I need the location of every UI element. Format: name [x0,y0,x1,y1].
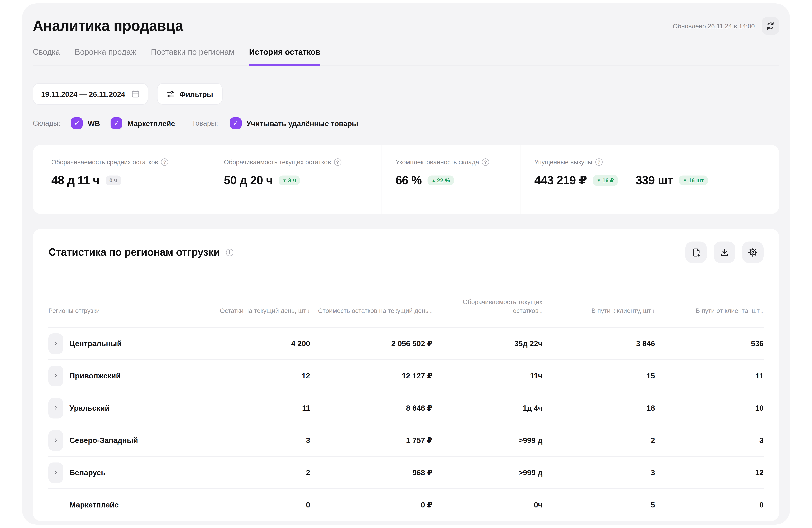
regions-table-card: Статистика по регионам отгрузки i [33,229,779,521]
filters-button-label: Фильтры [179,90,213,98]
help-icon[interactable]: ? [161,158,169,166]
kpi-warehouse-completeness: Укомплектованность склада ? 66 % ▲ 22 % [381,145,520,214]
sliders-icon [166,90,174,98]
checkbox-checked-icon: ✓ [230,117,242,129]
updated-info: Обновлено 26.11.24 в 14:00 [673,17,779,35]
turnover-cell: 11ч [432,371,542,380]
help-icon[interactable]: ? [482,158,489,166]
tab-voronka-prodazh[interactable]: Воронка продаж [75,46,136,65]
checkbox-include-deleted-goods[interactable]: ✓ Учитывать удалённые товары [230,117,358,129]
column-header-regions: Регионы отгрузки [48,306,210,315]
chevron-right-icon: › [54,339,57,347]
column-header-stock-value[interactable]: Стоимость остатков на текущий день↓ [310,306,432,315]
warehouses-label: Склады: [33,119,60,127]
info-icon[interactable]: i [226,249,233,256]
refresh-icon [766,21,775,30]
arrow-up-icon: ▲ [432,178,436,183]
filter-row: 19.11.2024 — 26.11.2024 [33,83,779,105]
turnover-cell: >999 д [432,436,542,445]
updated-timestamp: Обновлено 26.11.24 в 14:00 [673,22,755,30]
column-divider [210,333,211,521]
to-client-cell: 5 [542,501,655,510]
table-header-row: Регионы отгрузки Остатки на текущий день… [48,263,764,327]
kpi-delta-badge: ▼ 3 ч [279,176,300,185]
stock-cell: 2 [210,468,310,477]
column-header-from-client[interactable]: В пути от клиента, шт↓ [655,306,764,315]
stock-cell: 3 [210,436,310,445]
sort-arrow-icon: ↓ [760,307,764,314]
kpi-missed-buyouts: Упущенные выкупы ? 443 219 ₽ ▼ 16 ₽ 339 … [520,145,779,214]
kpi-label: Укомплектованность склада [395,158,479,166]
checkbox-marketplace[interactable]: ✓ Маркетплейс [111,117,175,129]
checkbox-checked-icon: ✓ [71,117,83,129]
date-range-picker[interactable]: 19.11.2024 — 26.11.2024 [33,83,148,105]
chevron-right-icon: › [54,436,57,444]
checkbox-include-deleted-label: Учитывать удалённые товары [246,119,358,128]
file-export-icon [692,248,701,257]
tab-postavki-po-regionam[interactable]: Поставки по регионам [151,46,234,65]
column-header-to-client[interactable]: В пути к клиенту, шт↓ [542,306,655,315]
expand-row-button[interactable]: › [48,462,63,483]
calendar-icon [131,89,140,98]
stock-value-cell: 0 ₽ [310,501,432,510]
download-button[interactable] [714,241,735,263]
turnover-cell: 1д 4ч [432,404,542,412]
turnover-cell: 0ч [432,501,542,510]
chevron-right-icon: › [54,468,57,476]
stock-value-cell: 8 646 ₽ [310,404,432,412]
column-header-turnover[interactable]: Оборачиваемость текущих остатков↓ [432,297,542,315]
to-client-cell: 18 [542,404,655,412]
sort-arrow-icon: ↓ [307,307,310,314]
tab-istoriya-ostatkov[interactable]: История остатков [249,46,321,65]
goods-label: Товары: [192,119,218,127]
to-client-cell: 3 846 [542,339,655,348]
date-range-value: 19.11.2024 — 26.11.2024 [41,90,125,98]
kpi-avg-turnover: Оборачиваемость средних остатков ? 48 д … [33,145,210,214]
from-client-cell: 0 [655,501,764,510]
table-title: Статистика по регионам отгрузки [48,246,220,259]
kpi-current-turnover: Оборачиваемость текущих остатков ? 50 д … [210,145,381,214]
arrow-down-icon: ▼ [683,178,687,183]
expand-row-button[interactable]: › [48,366,63,386]
turnover-cell: 35д 22ч [432,339,542,348]
kpi-label: Оборачиваемость средних остатков [52,158,158,166]
expand-row-button[interactable]: › [48,430,63,451]
kpi-delta-badge: ▲ 22 % [427,176,454,185]
kpi-value: 66 % [395,174,422,187]
kpi-value-rub: 443 219 ₽ [534,174,587,187]
from-client-cell: 10 [655,404,764,412]
gear-icon [748,247,758,257]
expand-row-button[interactable]: › [48,333,63,354]
filters-button[interactable]: Фильтры [157,83,222,105]
checkbox-wb[interactable]: ✓ WB [71,117,100,129]
help-icon[interactable]: ? [334,158,341,166]
table-row: › Северо-Западный 3 1 757 ₽ >999 д 2 3 [48,424,764,457]
checkbox-marketplace-label: Маркетплейс [127,119,175,128]
refresh-button[interactable] [762,17,779,35]
checkbox-checked-icon: ✓ [111,117,122,129]
checkbox-wb-label: WB [88,119,100,128]
region-name: Центральный [70,339,122,348]
from-client-cell: 3 [655,436,764,445]
arrow-down-icon: ▼ [282,178,287,183]
export-report-button[interactable] [685,241,707,263]
table-row: › Беларусь 2 968 ₽ >999 д 3 12 [48,457,764,489]
to-client-cell: 3 [542,468,655,477]
stock-value-cell: 1 757 ₽ [310,436,432,445]
stock-value-cell: 12 127 ₽ [310,371,432,380]
to-client-cell: 15 [542,371,655,380]
region-name: Уральский [70,404,110,412]
table-settings-button[interactable] [742,241,764,263]
region-name: Беларусь [70,468,106,477]
expand-row-button[interactable]: › [48,398,63,418]
tab-bar: Сводка Воронка продаж Поставки по регион… [33,46,779,65]
analytics-container: Аналитика продавца Обновлено 26.11.24 в … [22,3,790,525]
kpi-delta-badge: ▼ 16 ₽ [593,175,618,186]
help-icon[interactable]: ? [595,158,603,166]
stock-cell: 0 [210,501,310,510]
tab-svodka[interactable]: Сводка [33,46,60,65]
to-client-cell: 2 [542,436,655,445]
kpi-value: 48 д 11 ч [52,174,100,187]
kpi-label: Оборачиваемость текущих остатков [224,158,331,166]
column-header-stock[interactable]: Остатки на текущий день, шт↓ [210,306,310,315]
